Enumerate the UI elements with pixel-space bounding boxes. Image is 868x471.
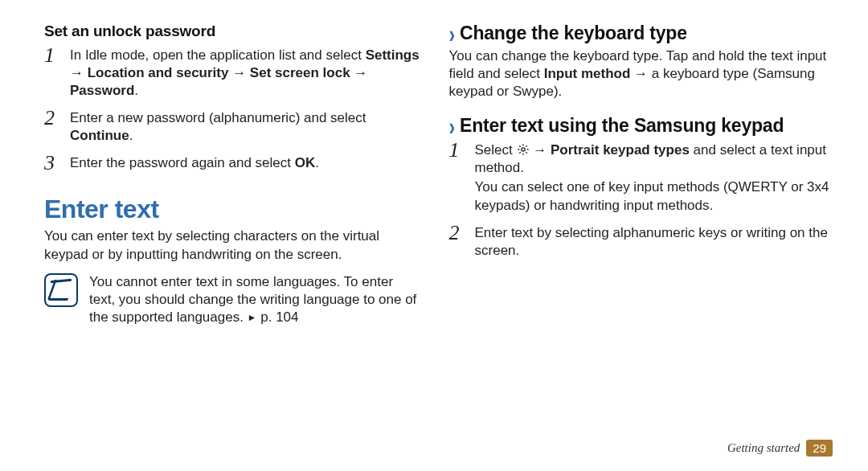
step-number: 2 (449, 223, 475, 244)
heading-enter-text: Enter text (44, 195, 420, 224)
step-body: Enter the password again and select OK. (70, 153, 420, 172)
list-item: 2 Enter text by selecting alphanumeric k… (449, 223, 833, 260)
list-item: 1 In Idle mode, open the application lis… (44, 45, 420, 100)
step-body: In Idle mode, open the application list … (70, 45, 420, 100)
page-body: Set an unlock password 1 In Idle mode, o… (0, 0, 868, 326)
chevron-icon: › (449, 19, 455, 50)
step-number: 3 (44, 153, 70, 174)
list-item: 1 Select → Portrait keypad types and sel… (449, 140, 833, 214)
unlock-password-steps: 1 In Idle mode, open the application lis… (44, 45, 420, 174)
note-block: You cannot enter text in some languages.… (44, 273, 420, 326)
samsung-keypad-steps: 1 Select → Portrait keypad types and sel… (449, 140, 833, 260)
note-text: You cannot enter text in some languages.… (89, 273, 420, 326)
gear-icon (517, 143, 530, 156)
page-number: 29 (806, 440, 833, 457)
heading-change-keyboard-type: ›Change the keyboard type (449, 23, 833, 44)
step-sub: You can select one of key input methods … (475, 178, 833, 214)
step-number: 1 (44, 45, 70, 66)
chevron-icon: › (449, 112, 455, 142)
step-body: Enter text by selecting alphanumeric key… (475, 223, 833, 260)
change-keyboard-para: You can change the keyboard type. Tap an… (449, 47, 833, 100)
step-body: Enter a new password (alphanumeric) and … (70, 108, 420, 145)
enter-text-intro: You can enter text by selecting characte… (44, 227, 420, 263)
step-number: 1 (449, 140, 475, 161)
list-item: 2 Enter a new password (alphanumeric) an… (44, 108, 420, 145)
step-number: 2 (44, 108, 70, 129)
page-footer: Getting started 29 (727, 440, 833, 457)
svg-point-0 (521, 148, 524, 151)
step-body: Select → Portrait keypad types and selec… (475, 140, 833, 214)
list-item: 3 Enter the password again and select OK… (44, 153, 420, 174)
triangle-icon: ► (248, 312, 257, 323)
right-column: ›Change the keyboard type You can change… (449, 23, 833, 326)
heading-enter-text-samsung: ›Enter text using the Samsung keypad (449, 115, 833, 137)
left-column: Set an unlock password 1 In Idle mode, o… (44, 23, 420, 326)
note-icon (44, 273, 78, 307)
heading-set-unlock-password: Set an unlock password (44, 23, 420, 40)
footer-section: Getting started (727, 441, 800, 455)
